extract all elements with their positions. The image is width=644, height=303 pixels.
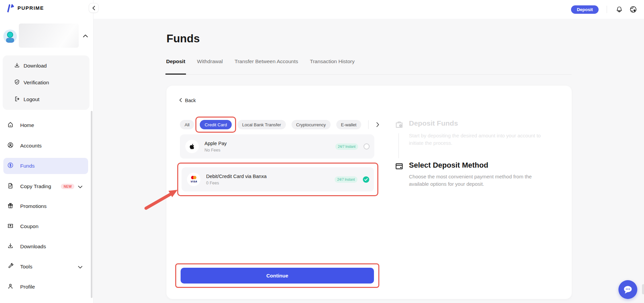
sidebar-item-tools[interactable]: Tools — [3, 259, 88, 275]
method-fees: No Fees — [204, 148, 227, 153]
sidebar-item-label: Profile — [20, 284, 35, 290]
sidebar-item-home[interactable]: Home — [3, 117, 88, 133]
step-title-select-method: Select Deposit Method — [409, 161, 488, 170]
sidebar-item-label: Coupon — [20, 223, 38, 229]
chevron-left-icon — [179, 98, 182, 103]
step-title-deposit-funds: Deposit Funds — [409, 119, 458, 127]
coupon-icon — [7, 222, 14, 230]
step-description-select-method: Choose the most convenient payment metho… — [409, 173, 547, 188]
sidebar-item-label: Funds — [20, 163, 35, 169]
continue-button[interactable]: Continue — [181, 268, 374, 284]
profile-icon — [7, 283, 14, 291]
promotions-icon — [7, 202, 14, 210]
puprime-funds-page: Deposit — [0, 0, 644, 303]
tab-withdrawal[interactable]: Withdrawal — [196, 56, 224, 74]
svg-text:VISA: VISA — [190, 180, 197, 183]
method-name: Apple Pay — [204, 141, 227, 146]
sidebar-item-label: Tools — [20, 264, 32, 270]
copy-trading-icon — [7, 182, 14, 190]
menu-item-label: Logout — [24, 96, 39, 102]
avatar — [3, 30, 17, 43]
brand-name: PUPRIME — [17, 5, 44, 11]
sidebar-item-promotions[interactable]: Promotions — [3, 198, 88, 214]
sidebar-item-accounts[interactable]: Accounts — [3, 138, 88, 154]
chat-bubble-icon[interactable] — [618, 280, 637, 299]
deposit-card: Back All Credit Card Local Bank Transfer… — [166, 86, 572, 299]
accounts-icon — [7, 142, 14, 150]
logout-icon — [14, 96, 20, 103]
check-selected-icon[interactable] — [363, 176, 369, 183]
bell-icon[interactable] — [615, 5, 623, 13]
instant-badge: 24/7 Instant — [335, 176, 357, 183]
deposit-funds-step-icon — [394, 120, 404, 129]
tab-deposit[interactable]: Deposit — [165, 56, 186, 74]
sidebar: PUPRIME — [0, 0, 93, 303]
sidebar-item-coupon[interactable]: Coupon — [3, 218, 88, 234]
puprime-logo-icon — [5, 3, 15, 12]
funds-icon — [7, 162, 14, 170]
tools-icon — [7, 263, 14, 271]
home-icon — [7, 121, 14, 129]
method-fees: 0 Fees — [206, 181, 267, 185]
menu-item-label: Verification — [24, 80, 49, 86]
chips-divider — [368, 120, 369, 129]
header-deposit-button[interactable]: Deposit — [571, 5, 599, 14]
page-title: Funds — [166, 32, 200, 45]
back-link[interactable]: Back — [179, 98, 196, 103]
download-icon — [14, 62, 20, 70]
sidebar-item-label: Accounts — [20, 143, 42, 149]
funds-tabs: Deposit Withdrawal Transfer Between Acco… — [165, 56, 572, 75]
filter-chip-e-wallet[interactable]: E-wallet — [336, 120, 361, 129]
chevron-right-icon[interactable] — [374, 120, 382, 129]
globe-icon[interactable] — [629, 5, 637, 13]
user-summary[interactable] — [0, 22, 93, 49]
shield-check-icon — [14, 79, 20, 87]
menu-item-verification[interactable]: Verification — [3, 74, 89, 91]
filter-chip-local-bank-transfer[interactable]: Local Bank Transfer — [237, 120, 286, 129]
radio-unselected-icon[interactable] — [364, 143, 370, 149]
filter-chip-credit-card[interactable]: Credit Card — [200, 120, 231, 129]
sidebar-item-label: Promotions — [20, 203, 46, 209]
sidebar-item-profile[interactable]: Profile — [3, 279, 88, 295]
chevron-down-icon[interactable] — [78, 184, 83, 190]
filter-chip-all[interactable]: All — [180, 120, 194, 129]
menu-item-logout[interactable]: Logout — [3, 91, 89, 108]
header-divider — [607, 6, 607, 13]
method-row-banxa-card[interactable]: VISA Debit/Credit Card via Banxa 0 Fees … — [182, 167, 374, 191]
step-connector-line — [399, 133, 399, 158]
sidebar-item-label: Copy Trading — [20, 183, 51, 189]
sidebar-item-label: Home — [20, 122, 34, 128]
sidebar-item-funds[interactable]: Funds — [3, 158, 88, 174]
back-label: Back — [185, 98, 196, 103]
edge-handle[interactable] — [642, 284, 644, 294]
sidebar-collapse-button[interactable] — [89, 3, 99, 13]
menu-item-label: Download — [24, 63, 47, 69]
select-method-step-icon — [394, 162, 404, 171]
visa-mastercard-icon: VISA — [187, 173, 200, 186]
chevron-up-icon[interactable] — [83, 33, 88, 39]
tab-transaction-history[interactable]: Transaction History — [309, 56, 355, 74]
sidebar-item-downloads[interactable]: Downloads — [3, 239, 88, 255]
sidebar-item-copy-trading[interactable]: Copy Trading NEW — [3, 178, 88, 194]
puprime-logo: PUPRIME — [5, 3, 44, 12]
instant-badge: 24/7 Instant — [335, 143, 358, 150]
menu-item-download[interactable]: Download — [3, 57, 89, 74]
sidebar-item-label: Downloads — [20, 244, 46, 250]
downloads-icon — [7, 243, 14, 251]
account-menu: Download Verification Logout — [3, 55, 89, 110]
apple-pay-icon — [185, 140, 199, 153]
method-row-apple-pay[interactable]: Apple Pay No Fees 24/7 Instant — [180, 134, 374, 159]
sidebar-scrollbar[interactable] — [91, 111, 92, 298]
chevron-down-icon[interactable] — [78, 264, 83, 270]
new-badge: NEW — [61, 184, 74, 189]
method-name: Debit/Credit Card via Banxa — [206, 174, 267, 179]
payment-filter-chips: All Credit Card Local Bank Transfer Cryp… — [180, 120, 382, 129]
blurred-account-name — [19, 24, 79, 48]
filter-chip-cryptocurrency[interactable]: Cryptocurrency — [292, 120, 331, 129]
step-description-deposit-funds: Start by depositing the desired amount i… — [409, 132, 556, 147]
tab-transfer-between-accounts[interactable]: Transfer Between Accounts — [234, 56, 299, 74]
